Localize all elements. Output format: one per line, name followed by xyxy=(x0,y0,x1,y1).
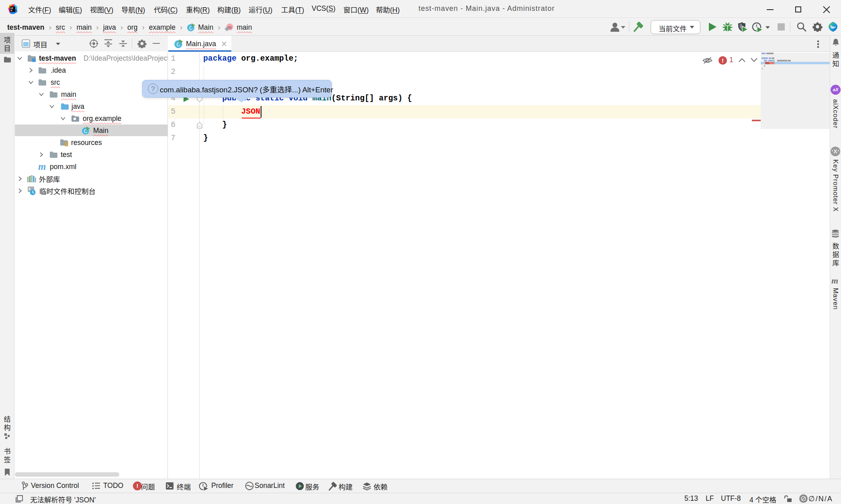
svg-text:IJ: IJ xyxy=(10,6,13,10)
